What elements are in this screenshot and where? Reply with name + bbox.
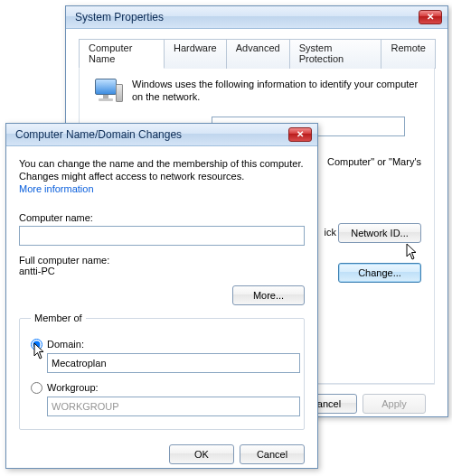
ok-button[interactable]: OK [169, 444, 234, 464]
change-button[interactable]: Change... [338, 263, 421, 283]
more-information-link[interactable]: More information [19, 183, 94, 194]
full-computer-name-label: Full computer name: [19, 255, 305, 266]
computer-name-input[interactable] [19, 226, 305, 246]
tab-hardware[interactable]: Hardware [164, 39, 227, 69]
system-properties-title: System Properties [75, 11, 164, 23]
tab-advanced[interactable]: Advanced [226, 39, 290, 69]
full-computer-name-value: antti-PC [19, 266, 305, 276]
member-of-legend: Member of [31, 313, 86, 323]
close-icon[interactable]: ✕ [288, 127, 312, 142]
tab-system-protection[interactable]: System Protection [289, 39, 382, 69]
domain-input[interactable] [47, 353, 300, 373]
panel-intro-text: Windows uses the following information t… [132, 79, 421, 106]
domain-changes-window: Computer Name/Domain Changes ✕ You can c… [5, 123, 318, 469]
computer-icon [92, 77, 123, 106]
close-icon[interactable]: ✕ [419, 10, 442, 24]
workgroup-radio[interactable] [31, 382, 42, 394]
cancel-button[interactable]: Cancel [240, 444, 305, 464]
domain-changes-titlebar[interactable]: Computer Name/Domain Changes ✕ [6, 124, 317, 146]
workgroup-input [47, 397, 300, 416]
workgroup-radio-label[interactable]: Workgroup: [31, 382, 293, 394]
domain-radio[interactable] [31, 339, 42, 350]
system-properties-titlebar[interactable]: System Properties ✕ [66, 6, 447, 29]
apply-button[interactable]: Apply [363, 394, 426, 414]
domain-intro-text: You can change the name and the membersh… [19, 157, 305, 183]
example-hint-fragment: Computer" or "Mary's [327, 156, 421, 167]
tab-computer-name[interactable]: Computer Name [79, 39, 165, 69]
network-id-button[interactable]: Network ID... [338, 223, 421, 243]
more-button[interactable]: More... [232, 285, 305, 305]
tab-remote[interactable]: Remote [381, 39, 436, 69]
domain-radio-label[interactable]: Domain: [31, 339, 293, 350]
wizard-text-fragment: ick [325, 227, 336, 238]
computer-name-label: Computer name: [19, 212, 305, 223]
domain-changes-title: Computer Name/Domain Changes [15, 128, 182, 141]
system-properties-tabs: Computer Name Hardware Advanced System P… [79, 38, 435, 69]
